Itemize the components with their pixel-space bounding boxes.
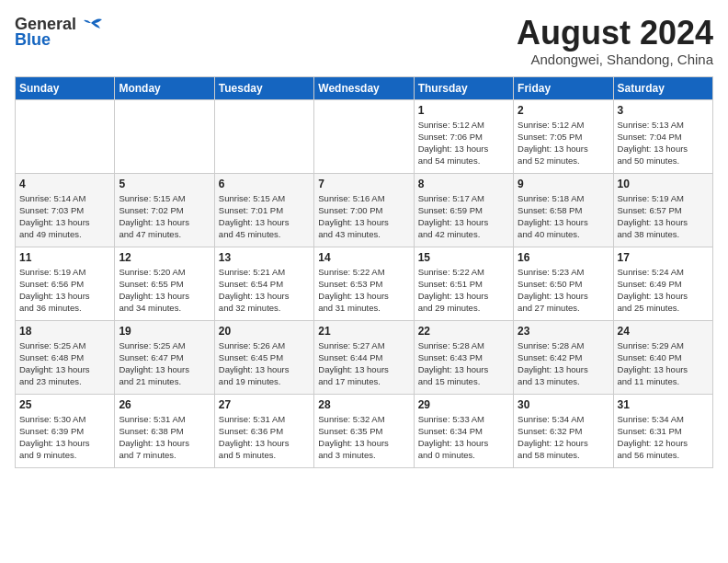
day-number: 15 (418, 251, 509, 264)
day-info: Sunrise: 5:18 AM Sunset: 6:58 PM Dayligh… (518, 192, 609, 241)
day-number: 8 (418, 178, 509, 190)
calendar-cell: 1Sunrise: 5:12 AM Sunset: 7:06 PM Daylig… (414, 99, 513, 173)
logo: General Blue (15, 15, 104, 50)
calendar-cell: 9Sunrise: 5:18 AM Sunset: 6:58 PM Daylig… (514, 173, 613, 247)
calendar-cell: 4Sunrise: 5:14 AM Sunset: 7:03 PM Daylig… (16, 173, 115, 247)
day-info: Sunrise: 5:21 AM Sunset: 6:54 PM Dayligh… (219, 266, 310, 315)
calendar-cell (16, 99, 115, 173)
calendar-cell: 28Sunrise: 5:32 AM Sunset: 6:35 PM Dayli… (314, 394, 414, 467)
day-info: Sunrise: 5:31 AM Sunset: 6:38 PM Dayligh… (119, 413, 210, 462)
day-number: 17 (618, 251, 709, 264)
day-number: 31 (618, 398, 709, 411)
day-info: Sunrise: 5:16 AM Sunset: 7:00 PM Dayligh… (318, 192, 409, 241)
day-info: Sunrise: 5:30 AM Sunset: 6:39 PM Dayligh… (19, 413, 110, 462)
week-row-5: 25Sunrise: 5:30 AM Sunset: 6:39 PM Dayli… (16, 394, 713, 467)
day-number: 27 (219, 398, 310, 411)
day-info: Sunrise: 5:26 AM Sunset: 6:45 PM Dayligh… (219, 339, 310, 388)
calendar-cell: 6Sunrise: 5:15 AM Sunset: 7:01 PM Daylig… (214, 173, 313, 247)
logo-bird-icon (78, 16, 104, 34)
day-number: 30 (518, 398, 609, 411)
day-number: 20 (219, 325, 310, 338)
calendar-cell: 17Sunrise: 5:24 AM Sunset: 6:49 PM Dayli… (613, 247, 712, 320)
day-info: Sunrise: 5:29 AM Sunset: 6:40 PM Dayligh… (618, 339, 709, 388)
day-info: Sunrise: 5:33 AM Sunset: 6:34 PM Dayligh… (418, 413, 509, 462)
day-info: Sunrise: 5:12 AM Sunset: 7:05 PM Dayligh… (518, 119, 609, 167)
day-number: 24 (618, 325, 709, 338)
calendar-table: SundayMondayTuesdayWednesdayThursdayFrid… (15, 76, 713, 468)
day-info: Sunrise: 5:24 AM Sunset: 6:49 PM Dayligh… (618, 266, 709, 315)
day-info: Sunrise: 5:13 AM Sunset: 7:04 PM Dayligh… (618, 119, 709, 167)
calendar-cell: 7Sunrise: 5:16 AM Sunset: 7:00 PM Daylig… (314, 173, 414, 247)
day-number: 10 (618, 178, 709, 190)
calendar-cell: 15Sunrise: 5:22 AM Sunset: 6:51 PM Dayli… (414, 247, 513, 320)
location: Andongwei, Shandong, China (517, 52, 713, 67)
day-info: Sunrise: 5:12 AM Sunset: 7:06 PM Dayligh… (418, 119, 509, 167)
calendar-cell: 20Sunrise: 5:26 AM Sunset: 6:45 PM Dayli… (214, 320, 313, 394)
column-header-saturday: Saturday (613, 76, 712, 99)
column-header-friday: Friday (514, 76, 613, 99)
week-row-2: 4Sunrise: 5:14 AM Sunset: 7:03 PM Daylig… (16, 173, 713, 247)
day-info: Sunrise: 5:32 AM Sunset: 6:35 PM Dayligh… (318, 413, 409, 462)
calendar-cell (214, 99, 313, 173)
column-header-monday: Monday (115, 76, 214, 99)
month-year: August 2024 (517, 15, 713, 52)
calendar-cell: 10Sunrise: 5:19 AM Sunset: 6:57 PM Dayli… (613, 173, 712, 247)
day-info: Sunrise: 5:25 AM Sunset: 6:47 PM Dayligh… (119, 339, 210, 388)
day-number: 9 (518, 178, 609, 190)
calendar-cell: 21Sunrise: 5:27 AM Sunset: 6:44 PM Dayli… (314, 320, 414, 394)
title-area: August 2024 Andongwei, Shandong, China (517, 15, 713, 67)
column-header-sunday: Sunday (16, 76, 115, 99)
day-info: Sunrise: 5:19 AM Sunset: 6:57 PM Dayligh… (618, 192, 709, 241)
calendar-cell (115, 99, 214, 173)
day-info: Sunrise: 5:15 AM Sunset: 7:01 PM Dayligh… (219, 192, 310, 241)
day-number: 1 (418, 104, 509, 117)
week-row-3: 11Sunrise: 5:19 AM Sunset: 6:56 PM Dayli… (16, 247, 713, 320)
day-info: Sunrise: 5:27 AM Sunset: 6:44 PM Dayligh… (318, 339, 409, 388)
day-number: 18 (19, 325, 110, 338)
column-header-wednesday: Wednesday (314, 76, 414, 99)
day-number: 5 (119, 178, 210, 190)
day-info: Sunrise: 5:28 AM Sunset: 6:43 PM Dayligh… (418, 339, 509, 388)
calendar-cell: 14Sunrise: 5:22 AM Sunset: 6:53 PM Dayli… (314, 247, 414, 320)
calendar-cell: 13Sunrise: 5:21 AM Sunset: 6:54 PM Dayli… (214, 247, 313, 320)
day-info: Sunrise: 5:22 AM Sunset: 6:53 PM Dayligh… (318, 266, 409, 315)
day-number: 12 (119, 251, 210, 264)
day-number: 13 (219, 251, 310, 264)
day-number: 23 (518, 325, 609, 338)
week-row-4: 18Sunrise: 5:25 AM Sunset: 6:48 PM Dayli… (16, 320, 713, 394)
column-header-thursday: Thursday (414, 76, 513, 99)
day-info: Sunrise: 5:14 AM Sunset: 7:03 PM Dayligh… (19, 192, 110, 241)
calendar-cell: 25Sunrise: 5:30 AM Sunset: 6:39 PM Dayli… (16, 394, 115, 467)
calendar-cell: 2Sunrise: 5:12 AM Sunset: 7:05 PM Daylig… (514, 99, 613, 173)
day-info: Sunrise: 5:19 AM Sunset: 6:56 PM Dayligh… (19, 266, 110, 315)
calendar-cell (314, 99, 414, 173)
day-number: 25 (19, 398, 110, 411)
calendar-cell: 26Sunrise: 5:31 AM Sunset: 6:38 PM Dayli… (115, 394, 214, 467)
day-info: Sunrise: 5:34 AM Sunset: 6:31 PM Dayligh… (618, 413, 709, 462)
header-row: SundayMondayTuesdayWednesdayThursdayFrid… (16, 76, 713, 99)
calendar-cell: 16Sunrise: 5:23 AM Sunset: 6:50 PM Dayli… (514, 247, 613, 320)
calendar-cell: 27Sunrise: 5:31 AM Sunset: 6:36 PM Dayli… (214, 394, 313, 467)
day-info: Sunrise: 5:15 AM Sunset: 7:02 PM Dayligh… (119, 192, 210, 241)
day-info: Sunrise: 5:28 AM Sunset: 6:42 PM Dayligh… (518, 339, 609, 388)
day-number: 26 (119, 398, 210, 411)
day-number: 7 (318, 178, 409, 190)
header: General Blue August 2024 Andongwei, Shan… (15, 15, 713, 67)
calendar-cell: 19Sunrise: 5:25 AM Sunset: 6:47 PM Dayli… (115, 320, 214, 394)
day-number: 14 (318, 251, 409, 264)
calendar-cell: 30Sunrise: 5:34 AM Sunset: 6:32 PM Dayli… (514, 394, 613, 467)
calendar-cell: 11Sunrise: 5:19 AM Sunset: 6:56 PM Dayli… (16, 247, 115, 320)
day-number: 19 (119, 325, 210, 338)
calendar-cell: 23Sunrise: 5:28 AM Sunset: 6:42 PM Dayli… (514, 320, 613, 394)
day-info: Sunrise: 5:20 AM Sunset: 6:55 PM Dayligh… (119, 266, 210, 315)
day-number: 11 (19, 251, 110, 264)
day-number: 28 (318, 398, 409, 411)
day-info: Sunrise: 5:25 AM Sunset: 6:48 PM Dayligh… (19, 339, 110, 388)
calendar-cell: 29Sunrise: 5:33 AM Sunset: 6:34 PM Dayli… (414, 394, 513, 467)
day-info: Sunrise: 5:23 AM Sunset: 6:50 PM Dayligh… (518, 266, 609, 315)
day-number: 2 (518, 104, 609, 117)
day-info: Sunrise: 5:17 AM Sunset: 6:59 PM Dayligh… (418, 192, 509, 241)
calendar-cell: 31Sunrise: 5:34 AM Sunset: 6:31 PM Dayli… (613, 394, 712, 467)
day-number: 3 (618, 104, 709, 117)
week-row-1: 1Sunrise: 5:12 AM Sunset: 7:06 PM Daylig… (16, 99, 713, 173)
